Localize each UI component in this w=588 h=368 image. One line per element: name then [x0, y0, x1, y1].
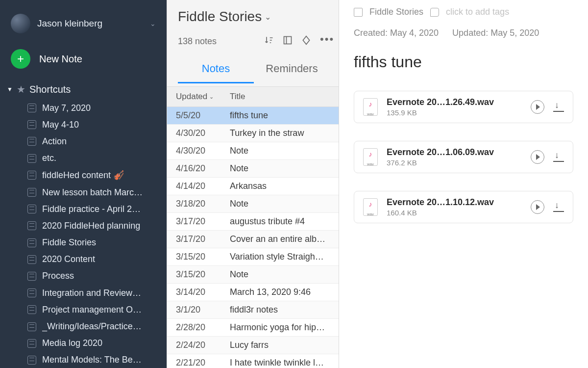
- more-options-icon[interactable]: •••: [320, 37, 330, 47]
- note-icon: [27, 154, 36, 163]
- attachment-info: Evernote 20…1.06.09.wav376.2 KB: [387, 147, 522, 167]
- note-row[interactable]: 2/21/20I hate twinkle twinkle l…: [167, 354, 339, 368]
- note-icon: [27, 221, 36, 230]
- note-row[interactable]: 3/15/20Variation style Straigh…: [167, 248, 339, 266]
- note-row[interactable]: 3/17/20augustus tribute #4: [167, 213, 339, 231]
- attachment-info: Evernote 20…1.10.12.wav160.4 KB: [387, 197, 522, 217]
- note-row-title: Variation style Straigh…: [230, 252, 330, 262]
- note-row-date: 2/28/20: [176, 322, 230, 333]
- note-row[interactable]: 4/30/20Turkey in the straw: [167, 125, 339, 142]
- attachment[interactable]: wavEvernote 20…1.10.12.wav160.4 KB: [354, 191, 573, 223]
- note-row-date: 5/5/20: [176, 110, 230, 121]
- audio-file-icon: wav: [363, 148, 378, 166]
- sidebar-item-label: May 4-10: [42, 120, 79, 130]
- attachment[interactable]: wavEvernote 20…1.26.49.wav135.9 KB: [354, 91, 573, 123]
- note-row-title: Arkansas: [230, 181, 330, 191]
- sidebar-item[interactable]: etc.: [27, 151, 162, 166]
- account-switcher[interactable]: Jason kleinberg ⌄: [0, 9, 167, 44]
- note-icon: [27, 137, 36, 146]
- note-row-date: 4/30/20: [176, 146, 230, 156]
- sidebar-item[interactable]: New lesson batch Marc…: [27, 184, 162, 200]
- created-date: Created: May 4, 2020: [354, 28, 439, 38]
- add-tags-field[interactable]: click to add tags: [446, 7, 509, 17]
- attachment[interactable]: wavEvernote 20…1.06.09.wav376.2 KB: [354, 141, 573, 173]
- attachments-list: wavEvernote 20…1.26.49.wav135.9 KBwavEve…: [354, 91, 573, 223]
- note-row-title: March 13, 2020 9:46: [230, 287, 330, 297]
- sidebar-item[interactable]: Fiddle Stories: [27, 235, 162, 250]
- download-button[interactable]: [553, 202, 564, 212]
- sidebar-item[interactable]: Project management O…: [27, 302, 162, 317]
- note-row-title: Harmonic yoga for hip…: [230, 322, 330, 333]
- view-options-icon[interactable]: [283, 35, 293, 48]
- shortcuts-header[interactable]: ▼ ★ Shortcuts: [0, 81, 167, 100]
- note-row[interactable]: 3/17/20Cover an an entire alb…: [167, 231, 339, 248]
- note-row-date: 4/16/20: [176, 163, 230, 174]
- note-icon: [27, 120, 36, 129]
- tab-notes[interactable]: Notes: [178, 56, 254, 83]
- new-note-button[interactable]: +: [11, 49, 30, 69]
- sidebar-item[interactable]: Media log 2020: [27, 336, 162, 351]
- sidebar-item[interactable]: 2020 Content: [27, 252, 162, 267]
- sidebar-item[interactable]: Action: [27, 133, 162, 149]
- new-note-label[interactable]: New Note: [39, 53, 82, 65]
- sidebar-item-label: fiddleHed content 🎻: [42, 170, 124, 181]
- note-icon: [27, 289, 36, 297]
- note-row[interactable]: 2/24/20Lucy farrs: [167, 337, 339, 354]
- note-list-pane: Fiddle Stories ⌄ 138 notes ••• Notes Rem…: [167, 0, 339, 368]
- note-row-date: 4/30/20: [176, 128, 230, 138]
- notebook-title-dropdown[interactable]: Fiddle Stories ⌄: [178, 9, 330, 25]
- note-icon: [27, 238, 36, 247]
- play-button[interactable]: [531, 150, 544, 164]
- play-button[interactable]: [531, 200, 544, 214]
- column-header-updated[interactable]: Updated ⌄: [176, 92, 230, 102]
- note-row[interactable]: 3/15/20Note: [167, 266, 339, 284]
- sidebar-item[interactable]: Process: [27, 268, 162, 284]
- note-row[interactable]: 4/30/20Note: [167, 142, 339, 160]
- sidebar-item[interactable]: May 7, 2020: [27, 100, 162, 116]
- attachment-info: Evernote 20…1.26.49.wav135.9 KB: [387, 97, 522, 117]
- sidebar-item[interactable]: _Writing/Ideas/Practice…: [27, 318, 162, 334]
- sidebar-item-label: 2020 Content: [42, 254, 95, 264]
- note-icon: [27, 188, 36, 197]
- note-row[interactable]: 3/14/20March 13, 2020 9:46: [167, 284, 339, 301]
- sidebar-item-label: Mental Models: The Be…: [42, 355, 142, 365]
- download-button[interactable]: [553, 152, 564, 162]
- note-list: 5/5/20fifths tune4/30/20Turkey in the st…: [167, 107, 339, 368]
- note-row-date: 3/17/20: [176, 216, 230, 227]
- note-row[interactable]: 5/5/20fifths tune: [167, 107, 339, 125]
- sidebar-item-label: 2020 FiddleHed planning: [42, 221, 140, 231]
- sidebar-item-label: Project management O…: [42, 305, 142, 315]
- sidebar-item[interactable]: Integration and Review…: [27, 285, 162, 301]
- column-headers: Updated ⌄ Title: [167, 86, 339, 107]
- sidebar-item[interactable]: Mental Models: The Be…: [27, 352, 162, 368]
- note-row[interactable]: 2/28/20Harmonic yoga for hip…: [167, 319, 339, 337]
- note-notebook-label[interactable]: Fiddle Stories: [369, 7, 423, 17]
- sort-caret-icon: ⌄: [209, 94, 214, 100]
- sidebar-item[interactable]: 2020 FiddleHed planning: [27, 218, 162, 234]
- star-icon: ★: [17, 83, 25, 95]
- note-row[interactable]: 3/1/20fiddl3r notes: [167, 301, 339, 319]
- note-count: 138 notes: [178, 36, 217, 47]
- tag-icon: [430, 8, 439, 17]
- sort-icon[interactable]: [264, 35, 274, 48]
- note-row[interactable]: 3/18/20Note: [167, 195, 339, 213]
- note-row[interactable]: 4/16/20Note: [167, 160, 339, 178]
- note-row-date: 4/14/20: [176, 181, 230, 191]
- sidebar-item[interactable]: Fiddle practice - April 2…: [27, 201, 162, 217]
- column-header-title[interactable]: Title: [230, 92, 330, 102]
- audio-file-icon: wav: [363, 198, 378, 216]
- note-row[interactable]: 4/14/20Arkansas: [167, 178, 339, 195]
- note-icon: [27, 322, 36, 331]
- sidebar-item-label: _Writing/Ideas/Practice…: [42, 321, 142, 332]
- tab-reminders[interactable]: Reminders: [254, 56, 330, 83]
- play-button[interactable]: [531, 100, 544, 114]
- download-button[interactable]: [553, 102, 564, 112]
- note-icon: [27, 272, 36, 281]
- chevron-down-icon: ⌄: [265, 12, 271, 22]
- tag-filter-icon[interactable]: [301, 35, 311, 48]
- note-icon: [27, 339, 36, 348]
- sidebar-item[interactable]: May 4-10: [27, 117, 162, 132]
- note-title[interactable]: fifths tune: [354, 53, 573, 71]
- sidebar-item[interactable]: fiddleHed content 🎻: [27, 167, 162, 184]
- shortcut-list: May 7, 2020May 4-10Actionetc.fiddleHed c…: [0, 100, 167, 368]
